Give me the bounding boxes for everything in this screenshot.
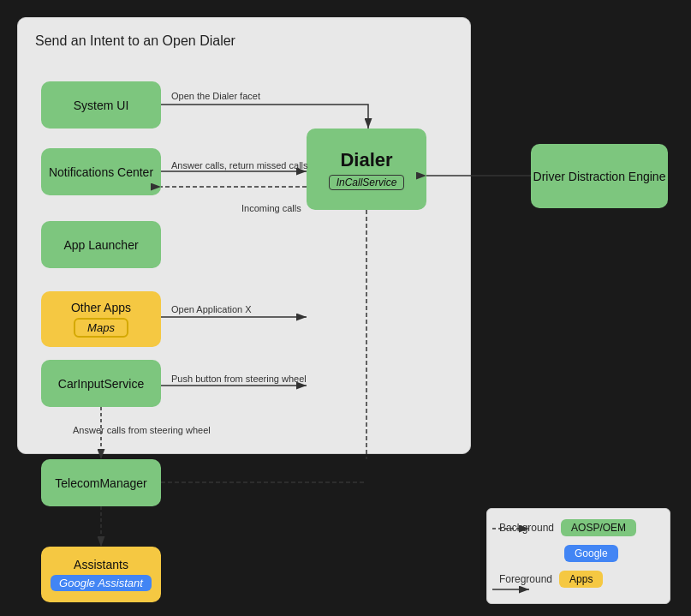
push-button-label: Push button from steering wheel — [171, 374, 307, 384]
telecom-box: TelecomManager — [41, 459, 161, 506]
legend-box: Background AOSP/OEM Google Foreground Ap… — [486, 508, 670, 604]
answer-calls-label: Answer calls, return missed calls — [171, 160, 308, 170]
answer-steering-label: Answer calls from steering wheel — [73, 425, 211, 435]
legend-google-row: Google — [564, 545, 618, 562]
diagram-title: Send an Intent to an Open Dialer — [35, 33, 235, 49]
incall-service-label: InCallService — [329, 175, 405, 190]
google-assistant-label: Google Assistant — [51, 575, 152, 591]
incoming-calls-label: Incoming calls — [241, 203, 301, 213]
maps-inner-label: Maps — [74, 318, 128, 338]
legend-foreground-row: Foreground Apps — [496, 571, 603, 588]
app-launcher-box: App Launcher — [41, 221, 161, 268]
background-label: Background — [499, 522, 554, 534]
aosp-oem-label: AOSP/OEM — [561, 519, 636, 536]
open-app-label: Open Application X — [171, 304, 252, 314]
google-label: Google — [564, 545, 618, 562]
system-ui-box: System UI — [41, 81, 161, 129]
assistants-box: Assistants Google Assistant — [41, 547, 161, 602]
notifications-center-box: Notifications Center — [41, 148, 161, 195]
legend-background-row: Background AOSP/OEM — [496, 519, 636, 536]
apps-label: Apps — [559, 571, 603, 588]
open-dialer-label: Open the Dialer facet — [171, 91, 260, 101]
dialer-box: Dialer InCallService — [307, 129, 426, 210]
foreground-label: Foreground — [499, 573, 552, 585]
other-apps-box: Other Apps Maps — [41, 291, 161, 347]
driver-distraction-box: Driver Distraction Engine — [531, 144, 668, 208]
car-input-box: CarInputService — [41, 360, 161, 407]
